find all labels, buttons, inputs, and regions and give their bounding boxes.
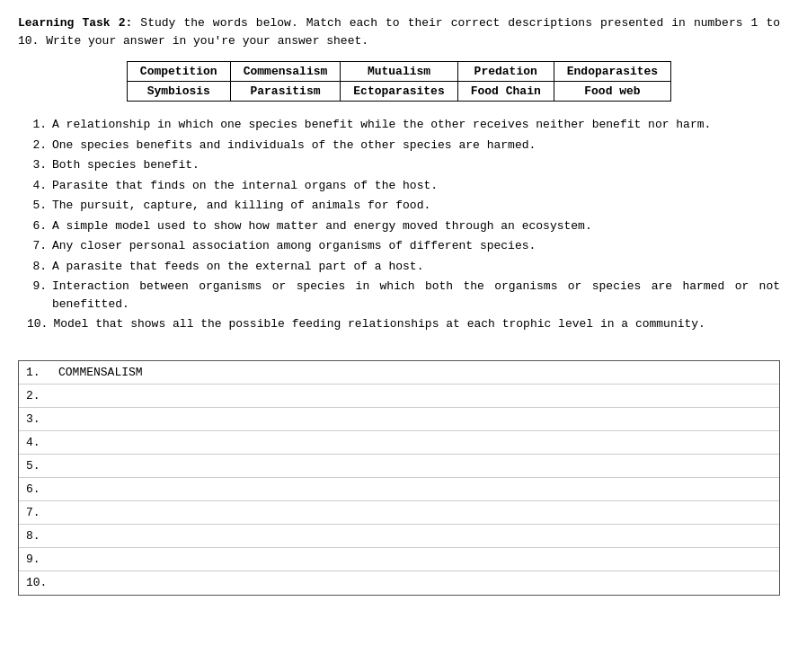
answer-row[interactable]: 3. xyxy=(19,408,779,431)
word-table-wrapper: Competition Commensalism Mutualism Preda… xyxy=(18,61,780,102)
word-cell: Food Chain xyxy=(457,82,554,102)
answer-num: 5. xyxy=(26,459,58,473)
question-num: 7. xyxy=(27,237,52,255)
word-cell: Mutualism xyxy=(341,62,457,82)
question-num: 1. xyxy=(27,116,52,134)
question-text: Interaction between organisms or species… xyxy=(52,278,780,313)
word-cell: Predation xyxy=(457,62,554,82)
question-item: 7.Any closer personal association among … xyxy=(27,237,780,255)
answer-num: 10. xyxy=(26,576,58,589)
answer-row[interactable]: 9. xyxy=(19,548,779,571)
word-cell: Symbiosis xyxy=(127,82,230,102)
answer-section: 1.COMMENSALISM2.3.4.5.6.7.8.9.10. xyxy=(18,360,780,596)
question-text: Any closer personal association among or… xyxy=(52,237,780,255)
question-num: 2. xyxy=(27,137,52,155)
answer-num: 4. xyxy=(26,436,58,449)
answer-row[interactable]: 2. xyxy=(19,385,779,408)
question-num: 4. xyxy=(27,177,52,195)
question-item: 10.Model that shows all the possible fee… xyxy=(27,315,780,333)
answer-num: 9. xyxy=(26,553,58,566)
questions-section: 1.A relationship in which one species be… xyxy=(18,116,780,333)
question-item: 9.Interaction between organisms or speci… xyxy=(27,278,780,313)
word-bank-row1: Competition Commensalism Mutualism Preda… xyxy=(127,62,670,82)
word-cell: Parasitism xyxy=(230,82,341,102)
question-text: The pursuit, capture, and killing of ani… xyxy=(52,197,780,215)
answer-row[interactable]: 6. xyxy=(19,478,779,501)
question-num: 8. xyxy=(27,258,52,276)
question-item: 2.One species benefits and individuals o… xyxy=(27,137,780,155)
question-text: A simple model used to show how matter a… xyxy=(52,217,780,235)
question-item: 3.Both species benefit. xyxy=(27,156,780,174)
answer-num: 3. xyxy=(26,412,58,426)
word-cell: Food web xyxy=(554,82,670,102)
answers-list: 1.COMMENSALISM2.3.4.5.6.7.8.9.10. xyxy=(19,361,779,595)
answer-row[interactable]: 5. xyxy=(19,455,779,478)
question-text: Both species benefit. xyxy=(52,156,780,174)
question-item: 1.A relationship in which one species be… xyxy=(27,116,780,134)
question-num: 3. xyxy=(27,156,52,174)
answer-row[interactable]: 1.COMMENSALISM xyxy=(19,361,779,385)
answer-num: 2. xyxy=(26,389,58,402)
question-item: 4.Parasite that finds on the internal or… xyxy=(27,177,780,195)
answer-num: 1. xyxy=(26,366,58,379)
word-bank-table: Competition Commensalism Mutualism Preda… xyxy=(127,61,671,102)
question-text: A parasite that feeds on the external pa… xyxy=(52,258,780,276)
question-text: A relationship in which one species bene… xyxy=(52,116,780,134)
word-cell: Commensalism xyxy=(230,62,341,82)
answer-num: 6. xyxy=(26,482,58,496)
word-cell: Competition xyxy=(127,62,230,82)
word-cell: Ectoparasites xyxy=(341,82,457,102)
question-item: 6.A simple model used to show how matter… xyxy=(27,217,780,235)
task-label: Learning Task 2: xyxy=(18,16,132,30)
word-cell: Endoparasites xyxy=(554,62,670,82)
answer-row[interactable]: 7. xyxy=(19,501,779,525)
question-num: 5. xyxy=(27,197,52,215)
page-container: Learning Task 2: Study the words below. … xyxy=(18,14,780,596)
word-bank-row2: Symbiosis Parasitism Ectoparasites Food … xyxy=(127,82,670,102)
question-text: Parasite that finds on the internal orga… xyxy=(52,177,780,195)
answer-num: 8. xyxy=(26,529,58,543)
question-text: One species benefits and individuals of … xyxy=(52,137,780,155)
answer-row[interactable]: 8. xyxy=(19,525,779,548)
answer-num: 7. xyxy=(26,506,58,519)
question-num: 9. xyxy=(27,278,52,313)
answer-row[interactable]: 10. xyxy=(19,571,779,595)
question-text: Model that shows all the possible feedin… xyxy=(53,315,780,333)
question-num: 6. xyxy=(27,217,52,235)
instructions-text: Learning Task 2: Study the words below. … xyxy=(18,14,780,50)
question-num: 10. xyxy=(27,315,53,333)
answer-value: COMMENSALISM xyxy=(58,366,772,379)
questions-list: 1.A relationship in which one species be… xyxy=(27,116,780,333)
question-item: 5.The pursuit, capture, and killing of a… xyxy=(27,197,780,215)
answer-row[interactable]: 4. xyxy=(19,431,779,455)
question-item: 8.A parasite that feeds on the external … xyxy=(27,258,780,276)
